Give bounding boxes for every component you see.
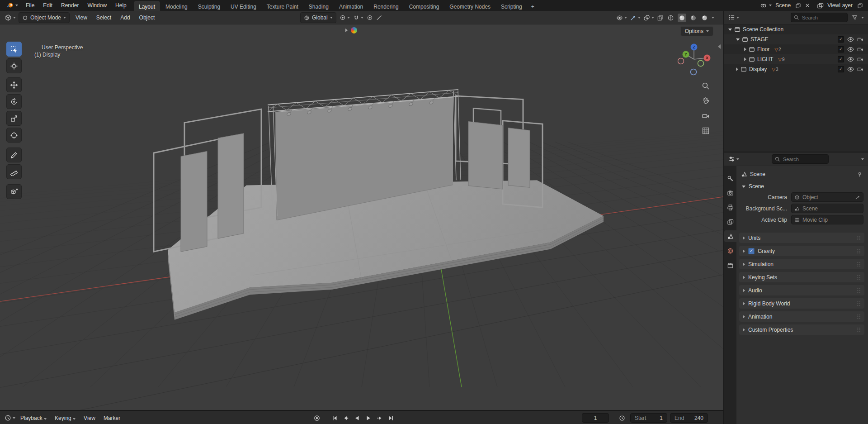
chevron-down-icon[interactable] xyxy=(861,158,864,160)
section-gravity[interactable]: ✓ Gravity xyxy=(739,246,864,256)
tab-scripting[interactable]: Scripting xyxy=(496,1,527,11)
outliner-search[interactable] xyxy=(791,13,848,22)
disable-render-camera-icon[interactable] xyxy=(857,37,863,42)
outliner-row-light[interactable]: LIGHT ▽9 ✓ xyxy=(724,54,868,64)
hide-eye-icon[interactable] xyxy=(847,57,854,62)
zoom-button[interactable] xyxy=(701,81,711,91)
gizmo-minus-z-axis[interactable] xyxy=(691,69,697,75)
background-scene-field[interactable]: Scene xyxy=(791,204,863,213)
outliner-search-input[interactable] xyxy=(801,14,844,21)
gizmos-toggle[interactable] xyxy=(630,14,641,21)
properties-editor-selector[interactable] xyxy=(728,156,739,162)
editor-type-selector[interactable] xyxy=(5,14,16,21)
tab-modeling[interactable]: Modeling xyxy=(160,1,193,11)
active-clip-field[interactable]: Movie Clip xyxy=(791,215,863,224)
exclude-checkbox[interactable]: ✓ xyxy=(838,66,844,72)
outliner-editor-selector[interactable] xyxy=(728,14,739,21)
tab-shading[interactable]: Shading xyxy=(304,1,334,11)
disclosure-triangle-icon[interactable] xyxy=(736,38,740,41)
tab-output-properties[interactable] xyxy=(724,201,736,213)
tab-layout[interactable]: Layout xyxy=(134,1,160,11)
tool-transform[interactable] xyxy=(6,128,22,143)
tab-uv-editing[interactable]: UV Editing xyxy=(226,1,261,11)
drag-grip-icon[interactable] xyxy=(857,314,861,319)
outliner-row-floor[interactable]: Floor ▽2 ✓ xyxy=(724,44,868,54)
current-frame-field[interactable]: 1 xyxy=(582,413,609,423)
hide-eye-icon[interactable] xyxy=(847,67,854,72)
object-visibility-selector[interactable] xyxy=(616,14,627,21)
start-frame-field[interactable]: Start 1 xyxy=(630,413,667,423)
exclude-checkbox[interactable]: ✓ xyxy=(838,56,844,62)
exclude-checkbox[interactable]: ✓ xyxy=(838,46,844,52)
section-audio[interactable]: Audio xyxy=(739,285,864,295)
tool-select-box[interactable] xyxy=(6,42,22,57)
gizmo-minus-x-axis[interactable] xyxy=(678,58,684,64)
exclude-checkbox[interactable]: ✓ xyxy=(838,36,844,43)
outliner-row-stage[interactable]: STAGE ✓ xyxy=(724,34,868,44)
new-view-layer-button[interactable] xyxy=(856,2,863,9)
section-keying-sets[interactable]: Keying Sets xyxy=(739,272,864,282)
mode-selector[interactable]: Object Mode xyxy=(19,12,70,23)
navigation-gizmo[interactable]: Z Y X xyxy=(676,41,712,77)
preview-range-toggle[interactable] xyxy=(617,413,627,423)
pan-button[interactable] xyxy=(701,96,711,106)
shading-options-dropdown[interactable] xyxy=(712,17,714,19)
tab-render-properties[interactable] xyxy=(724,187,736,199)
tool-move[interactable] xyxy=(6,77,22,92)
jump-to-start-button[interactable] xyxy=(330,413,339,423)
camera-field[interactable]: Object xyxy=(791,192,863,202)
prev-keyframe-button[interactable] xyxy=(341,413,350,423)
tool-measure[interactable] xyxy=(6,164,22,179)
drag-grip-icon[interactable] xyxy=(857,262,861,267)
gravity-checkbox[interactable]: ✓ xyxy=(748,248,755,254)
tab-view-layer-properties[interactable] xyxy=(724,216,736,228)
tab-world-properties[interactable] xyxy=(724,245,736,257)
tab-collection-properties[interactable] xyxy=(724,259,736,271)
options-button[interactable]: Options xyxy=(680,26,713,36)
section-rigid-body-world[interactable]: Rigid Body World xyxy=(739,298,864,309)
drag-grip-icon[interactable] xyxy=(857,248,861,253)
menu-add[interactable]: Add xyxy=(117,13,133,22)
drag-grip-icon[interactable] xyxy=(857,275,861,280)
tab-compositing[interactable]: Compositing xyxy=(404,1,444,11)
toggle-ortho-button[interactable] xyxy=(701,126,711,136)
menu-edit[interactable]: Edit xyxy=(39,1,57,10)
tool-scale[interactable] xyxy=(6,111,22,126)
tool-rotate[interactable] xyxy=(6,94,22,109)
tab-texture-paint[interactable]: Texture Paint xyxy=(262,1,303,11)
menu-help[interactable]: Help xyxy=(111,1,131,10)
section-units[interactable]: Units xyxy=(739,233,864,243)
drag-grip-icon[interactable] xyxy=(857,288,861,293)
gizmo-minus-y-axis[interactable] xyxy=(698,61,704,67)
disclosure-triangle-icon[interactable] xyxy=(736,67,738,71)
blender-menu-button[interactable] xyxy=(4,2,21,9)
tab-sculpting[interactable]: Sculpting xyxy=(193,1,225,11)
viewport-canvas[interactable] xyxy=(0,24,723,410)
section-custom-properties[interactable]: Custom Properties xyxy=(739,324,864,335)
unlink-scene-button[interactable] xyxy=(804,2,811,9)
hide-eye-icon[interactable] xyxy=(847,37,854,42)
properties-search[interactable] xyxy=(772,154,829,164)
outliner-row-display[interactable]: Display ▽3 ✓ xyxy=(724,64,868,74)
disclosure-triangle-icon[interactable] xyxy=(744,57,746,61)
tab-scene-properties[interactable] xyxy=(724,230,736,242)
banner-right-1[interactable] xyxy=(468,121,503,189)
view-layer-selector[interactable]: ViewLayer xyxy=(826,2,854,9)
menu-object[interactable]: Object xyxy=(136,13,158,22)
play-button[interactable] xyxy=(363,413,373,423)
banner-right-2[interactable] xyxy=(508,128,530,188)
next-keyframe-button[interactable] xyxy=(375,413,384,423)
new-scene-button[interactable] xyxy=(794,2,802,9)
section-animation[interactable]: Animation xyxy=(739,311,864,322)
section-simulation[interactable]: Simulation xyxy=(739,259,864,269)
shading-rendered-button[interactable] xyxy=(700,14,709,22)
banner-left-2[interactable] xyxy=(218,133,244,238)
overlays-toggle[interactable] xyxy=(643,14,654,21)
disclosure-triangle-icon[interactable] xyxy=(728,29,732,31)
camera-view-button[interactable] xyxy=(701,111,711,121)
disable-render-camera-icon[interactable] xyxy=(857,47,863,52)
menu-marker[interactable]: Marker xyxy=(100,414,123,423)
add-workspace-button[interactable]: + xyxy=(528,1,538,11)
disable-render-camera-icon[interactable] xyxy=(857,57,863,62)
play-reverse-button[interactable] xyxy=(352,413,362,423)
